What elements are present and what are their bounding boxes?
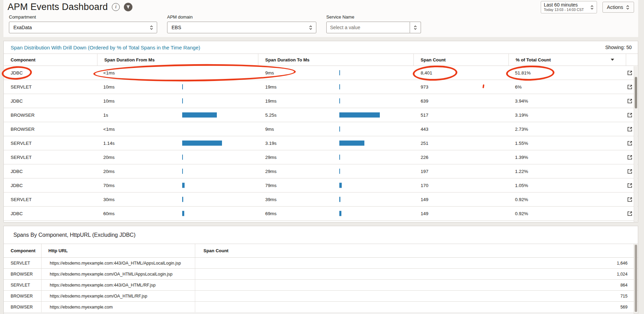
header-area: APM Events Dashboard i Last 60 minutes T… xyxy=(3,0,638,37)
duration-to-bar xyxy=(339,98,340,104)
table-row: SERVLEThttps://ebsdemo.myexample.com:443… xyxy=(4,280,638,291)
showing-count: Showing: 50 xyxy=(605,45,632,50)
duration-to-cell: 29ms xyxy=(258,164,414,178)
span-count-cell: 226 xyxy=(414,150,509,164)
service-name-label: Service Name xyxy=(326,14,421,20)
open-in-new-icon[interactable] xyxy=(626,196,633,203)
time-range-text: Last 60 minutes Today 13:03 - 14:03 CST xyxy=(544,2,590,12)
span-count-cell: 973 xyxy=(414,80,509,94)
apm-domain-field: APM domain EBS xyxy=(167,14,316,33)
filter-icon[interactable] xyxy=(124,3,132,11)
open-in-new-icon[interactable] xyxy=(626,83,633,90)
chevron-updown-icon xyxy=(309,25,313,31)
open-in-new-icon[interactable] xyxy=(626,112,633,118)
spans-by-component-title: Spans By Component, HttpURL (Excluding J… xyxy=(4,226,638,244)
duration-to-bar xyxy=(339,84,340,90)
column-header-span-count[interactable]: Span Count xyxy=(414,54,509,66)
span-count-cell: 251 xyxy=(414,136,509,150)
table1-scrollbar-thumb[interactable] xyxy=(635,77,637,108)
time-range-primary: Last 60 minutes xyxy=(544,2,590,8)
info-icon[interactable]: i xyxy=(112,3,120,11)
span-count-cell: 149 xyxy=(414,193,509,206)
duration-to-bar xyxy=(339,211,341,216)
compartment-select[interactable]: ExaData xyxy=(9,22,157,33)
http-url-cell: https://ebsdemo.myexample.com xyxy=(42,302,195,312)
pct-total-cell: 1.39% xyxy=(509,150,626,164)
component-cell: BROWSER xyxy=(4,269,42,279)
component-cell: SERVLET xyxy=(4,280,42,290)
pct-total-cell: 1.55% xyxy=(509,136,626,150)
service-name-combobox xyxy=(326,22,421,33)
service-name-input[interactable] xyxy=(326,22,410,33)
duration-to-bar xyxy=(339,141,364,146)
column-header-component[interactable]: Component xyxy=(4,54,97,66)
funnel-glyph xyxy=(126,5,130,9)
component-cell: SERVLET xyxy=(4,80,97,94)
duration-from-bar xyxy=(182,113,217,118)
pct-total-cell: 2.73% xyxy=(509,122,626,136)
span-count-cell: 569 xyxy=(195,302,638,312)
column-header-pct-total[interactable]: % of Total Count xyxy=(509,54,626,66)
column-header-duration-from[interactable]: Span Duration From Ms xyxy=(97,54,258,66)
table-row: BROWSERhttps://ebsdemo.myexample.com/OA_… xyxy=(4,291,638,302)
open-in-new-icon[interactable] xyxy=(626,126,633,132)
open-in-new-icon[interactable] xyxy=(626,154,633,161)
table-row: JDBC70ms79ms1701.05% xyxy=(4,178,638,193)
component-cell: JDBC xyxy=(4,66,97,80)
component-cell: BROWSER xyxy=(4,291,42,301)
service-name-dropdown-button[interactable] xyxy=(410,22,421,33)
duration-to-cell: 5.25s xyxy=(258,108,414,122)
http-url-cell: https://ebsdemo.myexample.com:443/OA_HTM… xyxy=(42,258,195,268)
span-count-cell: 864 xyxy=(195,280,638,290)
component-cell: SERVLET xyxy=(4,258,42,268)
duration-from-bar xyxy=(182,155,183,160)
table-row: SERVLET20ms29ms2261.39% xyxy=(4,150,638,164)
apm-domain-select[interactable]: EBS xyxy=(167,22,316,33)
span-count-cell: 197 xyxy=(414,164,509,178)
table2-scrollbar-thumb[interactable] xyxy=(635,245,637,312)
column-header-duration-to[interactable]: Span Duration To Ms xyxy=(258,54,414,66)
service-name-field: Service Name xyxy=(326,14,421,33)
table-row: JDBC<1ms9ms8,40151.81% xyxy=(4,66,638,80)
table-row: JDBC60ms69ms1490.92% xyxy=(4,207,638,221)
table-row: BROWSERhttps://ebsdemo.myexample.com569 xyxy=(4,302,638,313)
pct-total-cell: 3.19% xyxy=(509,108,626,122)
span-distribution-body: JDBC<1ms9ms8,40151.81%SERVLET10ms19ms973… xyxy=(4,66,638,221)
open-in-new-icon[interactable] xyxy=(626,168,633,175)
duration-from-cell: 1.14s xyxy=(97,136,258,150)
pct-total-cell: 1.05% xyxy=(509,178,626,192)
actions-button[interactable]: Actions xyxy=(602,2,634,13)
pct-total-cell: 0.92% xyxy=(509,207,626,220)
open-in-new-icon[interactable] xyxy=(626,69,633,76)
duration-to-cell: 19ms xyxy=(258,94,414,108)
duration-to-cell: 39ms xyxy=(258,193,414,206)
span-distribution-header-row: Component Span Duration From Ms Span Dur… xyxy=(4,54,638,66)
open-in-new-icon[interactable] xyxy=(626,210,633,217)
chevron-updown-icon xyxy=(590,4,594,10)
pct-total-cell: 51.81% xyxy=(509,66,626,80)
span-distribution-title[interactable]: Span Distribution With Drill Down (Order… xyxy=(11,45,200,50)
column-header-component: Component xyxy=(4,244,42,257)
duration-from-cell: 70ms xyxy=(97,178,258,192)
chevron-updown-icon xyxy=(626,4,630,10)
spans-by-component-body: SERVLEThttps://ebsdemo.myexample.com:443… xyxy=(4,258,638,313)
http-url-cell: https://ebsdemo.myexample.com:443/OA_HTM… xyxy=(42,280,195,290)
open-in-new-icon[interactable] xyxy=(626,182,633,189)
span-count-cell: 170 xyxy=(414,178,509,192)
open-in-new-icon[interactable] xyxy=(626,97,633,104)
duration-from-bar xyxy=(182,98,183,104)
table1-scrollbar xyxy=(634,66,637,222)
column-header-http-url: Http URL xyxy=(42,244,195,257)
span-count-cell: 517 xyxy=(414,108,509,122)
time-range-selector[interactable]: Last 60 minutes Today 13:03 - 14:03 CST xyxy=(541,1,597,13)
duration-from-cell: <1ms xyxy=(97,66,258,80)
duration-to-cell: 69ms xyxy=(258,207,414,220)
span-count-cell: 443 xyxy=(414,122,509,136)
table-row: BROWSERhttps://ebsdemo.myexample.com/OA_… xyxy=(4,269,638,280)
open-in-new-icon[interactable] xyxy=(626,140,633,147)
duration-to-cell: 9ms xyxy=(258,66,414,80)
duration-to-cell: 29ms xyxy=(258,150,414,164)
span-count-cell: 1,646 xyxy=(195,258,638,268)
chevron-updown-icon xyxy=(150,25,153,31)
component-cell: SERVLET xyxy=(4,150,97,164)
